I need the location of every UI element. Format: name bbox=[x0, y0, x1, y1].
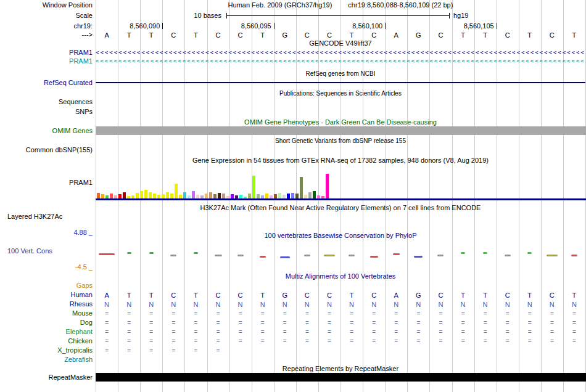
alignment-cell: = bbox=[340, 319, 363, 327]
alignment-cell: = bbox=[118, 337, 140, 346]
alignment-cell: = bbox=[340, 328, 363, 337]
alignment-cell: T bbox=[474, 291, 497, 300]
alignment-cell: = bbox=[452, 328, 474, 337]
alignment-cell: = bbox=[184, 337, 207, 346]
species-label-zebrafish[interactable]: Zebrafish bbox=[0, 356, 93, 364]
alignment-cell: N bbox=[140, 300, 162, 309]
alignment-cell: T bbox=[140, 291, 162, 300]
alignment-cell: = bbox=[140, 309, 162, 318]
alignment-cell: = bbox=[252, 328, 274, 337]
alignment-cell: = bbox=[274, 337, 296, 346]
alignment-cell: = bbox=[96, 309, 118, 318]
alignment-cell: = bbox=[162, 309, 184, 318]
alignment-cell: N bbox=[274, 300, 296, 309]
alignment-cell: = bbox=[474, 309, 497, 318]
alignment-cell: = bbox=[140, 319, 162, 327]
alignment-cell: = bbox=[429, 309, 452, 318]
alignment-cell: = bbox=[541, 337, 563, 346]
alignment-cell: = bbox=[497, 328, 519, 337]
alignment-cell: = bbox=[385, 319, 407, 327]
alignment-cell: = bbox=[429, 337, 452, 346]
alignment-cell: = bbox=[429, 328, 452, 337]
species-label-chicken[interactable]: Chicken bbox=[0, 337, 93, 345]
alignment-cell: = bbox=[296, 319, 318, 327]
alignment-cell: = bbox=[162, 337, 184, 346]
alignment-cell: = bbox=[407, 309, 429, 318]
alignment-cell: = bbox=[407, 337, 429, 346]
alignment-cell: = bbox=[207, 346, 229, 355]
alignment-cell: = bbox=[252, 337, 274, 346]
alignment-cell: = bbox=[184, 309, 207, 318]
repeatmasker-label[interactable]: RepeatMasker bbox=[0, 374, 93, 382]
repeatmasker-title: Repeating Elements by RepeatMasker bbox=[96, 365, 585, 373]
alignment-cell: C bbox=[429, 291, 452, 300]
alignment-cell: = bbox=[497, 319, 519, 327]
alignment-cell: = bbox=[96, 328, 118, 337]
alignment-cell: = bbox=[207, 337, 229, 346]
alignment-cell: = bbox=[363, 337, 385, 346]
species-label-gaps[interactable]: Gaps bbox=[0, 282, 93, 290]
alignment-cell: = bbox=[184, 319, 207, 327]
alignment-cell: = bbox=[96, 346, 118, 355]
alignment-cell: = bbox=[385, 309, 407, 318]
alignment-cell: = bbox=[563, 309, 585, 318]
alignment-cell: = bbox=[118, 346, 140, 355]
species-label-human[interactable]: Human bbox=[0, 291, 93, 299]
species-label-elephant[interactable]: Elephant bbox=[0, 328, 93, 336]
alignment-cell: N bbox=[252, 300, 274, 309]
alignment-cell: = bbox=[318, 319, 340, 327]
alignment-cell: G bbox=[407, 291, 429, 300]
alignment-cell: = bbox=[162, 346, 184, 355]
alignment-cell: = bbox=[207, 328, 229, 337]
alignment-cell: = bbox=[563, 328, 585, 337]
alignment-cell: = bbox=[118, 319, 140, 327]
alignment-cell: = bbox=[229, 309, 252, 318]
alignment-cell: N bbox=[296, 300, 318, 309]
alignment-cell: = bbox=[207, 309, 229, 318]
alignment-cell: = bbox=[252, 319, 274, 327]
alignment-cell: T bbox=[184, 291, 207, 300]
species-label-dog[interactable]: Dog bbox=[0, 319, 93, 327]
alignment-cell: = bbox=[274, 319, 296, 327]
alignment-cell: = bbox=[541, 328, 563, 337]
multiz-alignment-track[interactable]: GapsHumanATTCTCCTGCCTCAGCTTCTCTRhesusNNN… bbox=[0, 0, 586, 392]
alignment-cell: N bbox=[429, 300, 452, 309]
alignment-cell: = bbox=[184, 346, 207, 355]
alignment-cell: = bbox=[519, 337, 541, 346]
alignment-cell: = bbox=[274, 309, 296, 318]
alignment-cell: = bbox=[563, 337, 585, 346]
species-label-x-tropicalis[interactable]: X_tropicalis bbox=[0, 346, 93, 354]
alignment-cell: C bbox=[541, 291, 563, 300]
alignment-cell: = bbox=[474, 337, 497, 346]
alignment-cell: N bbox=[452, 300, 474, 309]
alignment-cell: = bbox=[184, 328, 207, 337]
alignment-cell: N bbox=[162, 300, 184, 309]
repeatmasker-bar[interactable] bbox=[96, 373, 586, 382]
alignment-cell: N bbox=[184, 300, 207, 309]
alignment-cell: N bbox=[96, 300, 118, 309]
alignment-cell: = bbox=[140, 328, 162, 337]
alignment-cell: C bbox=[497, 291, 519, 300]
alignment-cell: = bbox=[407, 319, 429, 327]
species-label-rhesus[interactable]: Rhesus bbox=[0, 300, 93, 308]
alignment-cell: C bbox=[207, 291, 229, 300]
alignment-cell: T bbox=[519, 291, 541, 300]
alignment-cell: = bbox=[474, 328, 497, 337]
alignment-cell: = bbox=[118, 309, 140, 318]
alignment-cell: = bbox=[340, 309, 363, 318]
alignment-cell: G bbox=[274, 291, 296, 300]
alignment-cell: N bbox=[407, 300, 429, 309]
alignment-cell: T bbox=[118, 291, 140, 300]
alignment-cell: = bbox=[541, 319, 563, 327]
species-label-mouse[interactable]: Mouse bbox=[0, 309, 93, 317]
alignment-cell: T bbox=[252, 291, 274, 300]
alignment-cell: = bbox=[318, 337, 340, 346]
alignment-cell: = bbox=[229, 337, 252, 346]
genome-browser-view: Window Position Human Feb. 2009 (GRCh37/… bbox=[0, 0, 586, 392]
alignment-cell: = bbox=[340, 337, 363, 346]
alignment-cell: N bbox=[519, 300, 541, 309]
alignment-cell: = bbox=[519, 328, 541, 337]
alignment-cell: = bbox=[452, 309, 474, 318]
alignment-cell: C bbox=[229, 291, 252, 300]
alignment-cell: = bbox=[140, 346, 162, 355]
